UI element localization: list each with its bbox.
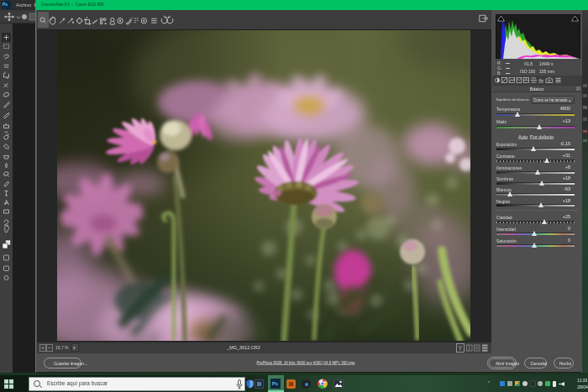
svg-text:fx: fx xyxy=(539,78,544,84)
